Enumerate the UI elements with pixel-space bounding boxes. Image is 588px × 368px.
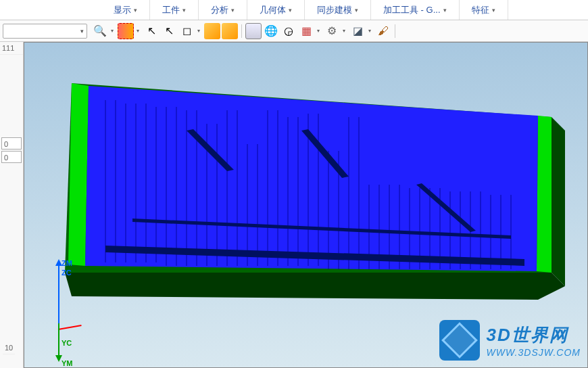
paint-brush-icon[interactable]: 🖌	[375, 23, 391, 39]
chevron-down-icon: ▾	[355, 7, 358, 14]
y-axis	[58, 323, 59, 357]
svg-marker-4	[537, 116, 552, 273]
menu-analysis[interactable]: 分析▾	[199, 0, 247, 20]
left-label-top: 111	[0, 42, 23, 55]
svg-marker-3	[68, 83, 89, 266]
box-select-icon[interactable]: ◻	[178, 23, 195, 39]
chevron-down-icon: ▾	[231, 7, 235, 14]
shape-icon[interactable]: ◪	[349, 23, 366, 39]
dropdown-icon[interactable]: ▾	[195, 28, 202, 34]
menu-workpiece[interactable]: 工件▾	[150, 0, 199, 20]
toolbar: ▾ 🔍 ▾ ▾ ↖ ↖ ◻ ▾ 🌐 ◶ ▦ ▾ ⚙ ▾ ◪ ▾ 🖌	[0, 20, 588, 42]
chevron-down-icon: ▾	[443, 7, 447, 14]
watermark: 3D世界网 WWW.3DSJW.COM	[439, 320, 581, 361]
viewport-3d[interactable]: ZM ZC YC YM 3D世界网 WWW.3DSJW.COM	[24, 42, 588, 368]
filter-combo[interactable]: ▾	[3, 24, 87, 39]
wcs-triad: ZM ZC YC YM	[38, 259, 85, 367]
orbit-icon[interactable]: 🌐	[263, 23, 279, 39]
settings-gear-icon[interactable]: ⚙	[324, 23, 340, 39]
separator	[241, 24, 242, 38]
dropdown-icon[interactable]: ▾	[341, 28, 347, 34]
menu-machining-tools[interactable]: 加工工具 - G...▾	[371, 0, 460, 20]
svg-marker-1	[552, 117, 565, 286]
input-box-2[interactable]: 0	[1, 151, 22, 163]
solid-cube-icon[interactable]	[204, 23, 220, 39]
left-label-bottom: 10	[3, 342, 15, 354]
cursor-icon[interactable]: ↖	[143, 23, 160, 39]
watermark-title: 3D世界网	[487, 323, 581, 347]
axis-label-yc: YC	[62, 339, 72, 347]
axis-label-ym: YM	[62, 359, 73, 367]
wireframe-view-icon[interactable]	[245, 23, 262, 39]
menu-geometry[interactable]: 几何体▾	[247, 0, 305, 20]
x-axis	[58, 325, 82, 330]
chevron-down-icon: ▾	[134, 7, 137, 14]
chevron-down-icon: ▾	[182, 7, 186, 14]
chevron-down-icon: ▾	[289, 7, 292, 14]
input-box-1[interactable]: 0	[1, 137, 22, 150]
render-cube-icon[interactable]	[222, 23, 238, 39]
svg-marker-2	[65, 273, 565, 300]
chevron-down-icon: ▾	[80, 28, 84, 34]
model-geometry	[51, 63, 565, 320]
dropdown-icon[interactable]: ▾	[366, 28, 373, 34]
menu-sync-modeling[interactable]: 同步建模▾	[305, 0, 371, 20]
watermark-logo-icon	[439, 320, 480, 361]
refresh-icon[interactable]: ◶	[280, 23, 297, 39]
cursor-add-icon[interactable]: ↖	[161, 23, 177, 39]
left-panel: 111 0 0 10	[0, 42, 24, 368]
separator	[395, 24, 395, 38]
axis-label-zm: ZM	[62, 259, 72, 267]
zoom-icon[interactable]: 🔍	[92, 23, 108, 39]
grid-palette-icon[interactable]: ▦	[298, 23, 314, 39]
z-axis	[58, 262, 59, 330]
selection-rect-icon[interactable]	[118, 23, 134, 39]
menu-feature[interactable]: 特征▾	[460, 0, 508, 20]
dropdown-icon[interactable]: ▾	[109, 28, 116, 34]
dropdown-icon[interactable]: ▾	[134, 28, 141, 34]
watermark-url: WWW.3DSJW.COM	[487, 347, 581, 358]
menu-display[interactable]: 显示▾	[101, 0, 150, 20]
axis-label-zc: ZC	[62, 269, 72, 277]
chevron-down-icon: ▾	[492, 7, 495, 14]
menubar: 显示▾ 工件▾ 分析▾ 几何体▾ 同步建模▾ 加工工具 - G...▾ 特征▾	[0, 0, 588, 20]
dropdown-icon[interactable]: ▾	[315, 28, 322, 34]
